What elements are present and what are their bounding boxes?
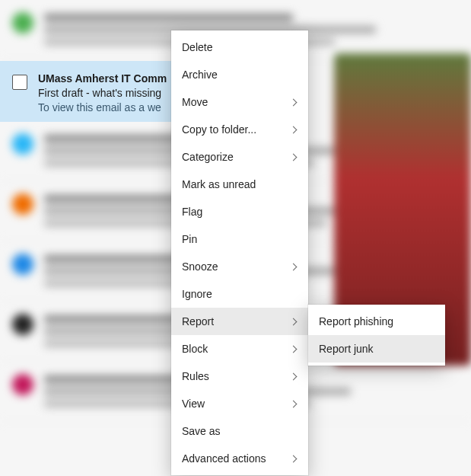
email-context-menu[interactable]: DeleteArchiveMoveCopy to folder...Catego… xyxy=(171,30,308,475)
menu-item-label: Move xyxy=(182,96,208,108)
chevron-right-icon xyxy=(290,126,298,133)
menu-item-rules[interactable]: Rules xyxy=(171,363,308,390)
report-submenu[interactable]: Report phishingReport junk xyxy=(308,305,445,366)
menu-item-label: Save as xyxy=(182,425,221,437)
chevron-right-icon xyxy=(290,372,298,380)
menu-item-label: Flag xyxy=(182,206,202,218)
email-subject: First draft - what's missing xyxy=(38,86,167,101)
menu-item-label: Block xyxy=(182,343,208,355)
menu-item-label: Mark as unread xyxy=(182,178,256,190)
menu-item-block[interactable]: Block xyxy=(171,335,308,363)
chevron-right-icon xyxy=(290,153,298,161)
menu-item-ignore[interactable]: Ignore xyxy=(171,280,308,308)
menu-item-report[interactable]: Report xyxy=(171,308,308,335)
email-preview: To view this email as a we xyxy=(38,101,167,115)
email-sender: UMass Amherst IT Comm xyxy=(38,72,167,86)
menu-item-view[interactable]: View xyxy=(171,390,308,417)
chevron-right-icon xyxy=(290,98,298,106)
menu-item-label: Ignore xyxy=(182,288,212,300)
menu-item-label: View xyxy=(182,398,205,410)
menu-item-label: Rules xyxy=(182,370,209,382)
menu-item-archive[interactable]: Archive xyxy=(171,61,308,88)
email-checkbox[interactable] xyxy=(12,75,27,90)
menu-item-label: Copy to folder... xyxy=(182,123,256,136)
submenu-item-report-phishing[interactable]: Report phishing xyxy=(308,308,445,335)
menu-item-mark-as-unread[interactable]: Mark as unread xyxy=(171,171,308,198)
chevron-right-icon xyxy=(290,318,298,325)
menu-item-label: Pin xyxy=(182,233,197,245)
menu-item-save-as[interactable]: Save as xyxy=(171,417,308,445)
menu-item-delete[interactable]: Delete xyxy=(171,34,308,61)
menu-item-copy-to-folder[interactable]: Copy to folder... xyxy=(171,116,308,143)
menu-item-label: Snooze xyxy=(182,260,218,273)
submenu-item-label: Report junk xyxy=(319,343,374,355)
chevron-right-icon xyxy=(290,455,298,462)
submenu-item-report-junk[interactable]: Report junk xyxy=(308,335,445,363)
chevron-right-icon xyxy=(290,263,298,270)
chevron-right-icon xyxy=(290,345,298,353)
submenu-item-label: Report phishing xyxy=(319,315,393,327)
menu-item-snooze[interactable]: Snooze xyxy=(171,253,308,280)
menu-item-label: Categorize xyxy=(182,151,234,163)
menu-item-label: Report xyxy=(182,315,214,327)
menu-item-pin[interactable]: Pin xyxy=(171,225,308,253)
menu-item-label: Delete xyxy=(182,41,212,53)
menu-item-categorize[interactable]: Categorize xyxy=(171,143,308,171)
chevron-right-icon xyxy=(290,400,298,407)
menu-item-flag[interactable]: Flag xyxy=(171,198,308,225)
email-text: UMass Amherst IT Comm First draft - what… xyxy=(38,72,167,115)
menu-item-move[interactable]: Move xyxy=(171,88,308,116)
menu-item-label: Advanced actions xyxy=(182,452,266,465)
menu-item-label: Archive xyxy=(182,69,218,81)
menu-item-advanced-actions[interactable]: Advanced actions xyxy=(171,445,308,472)
